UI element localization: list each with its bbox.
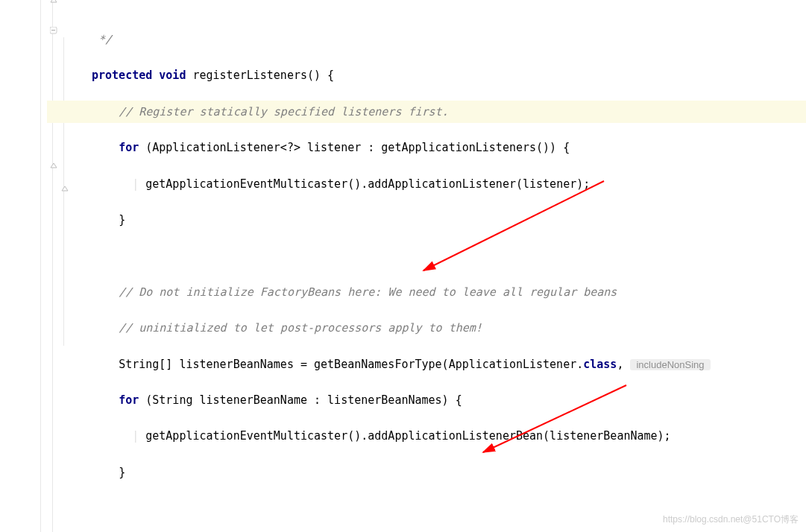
- fold-minus-icon[interactable]: [50, 27, 57, 36]
- watermark: https://blog.csdn.net@51CTO博客: [663, 513, 799, 526]
- code-line[interactable]: // uninitialized to let post-processors …: [47, 317, 806, 339]
- code-line[interactable]: [47, 244, 806, 267]
- fold-handle-icon[interactable]: [50, 162, 57, 171]
- svg-marker-0: [51, 0, 57, 2]
- keyword: class: [583, 358, 617, 371]
- keyword: protected: [92, 69, 152, 82]
- code-line[interactable]: protected void registerListeners() {: [47, 64, 806, 86]
- keyword: void: [159, 69, 186, 82]
- code-line[interactable]: | getApplicationEventMulticaster().addAp…: [47, 173, 806, 195]
- svg-marker-3: [51, 163, 57, 168]
- code-text: ,: [617, 358, 630, 371]
- code-text: getApplicationEventMulticaster().addAppl…: [145, 429, 670, 443]
- comment: */: [92, 33, 112, 46]
- code-text: }: [119, 466, 125, 479]
- code-line[interactable]: String[] listenerBeanNames = getBeanName…: [47, 353, 806, 376]
- comment: // Do not initialize FactoryBeans here: …: [119, 285, 617, 299]
- fold-handle-icon[interactable]: [61, 186, 69, 194]
- code-text: getApplicationEventMulticaster().addAppl…: [145, 177, 590, 191]
- code-text: }: [119, 213, 125, 227]
- code-editor[interactable]: */ protected void registerListeners() { …: [0, 0, 806, 532]
- fold-handle-icon[interactable]: [50, 0, 57, 6]
- code-line[interactable]: }: [47, 461, 806, 484]
- code-line[interactable]: */: [47, 28, 806, 51]
- code-line[interactable]: // Do not initialize FactoryBeans here: …: [47, 281, 806, 303]
- code-line[interactable]: for (String listenerBeanName : listenerB…: [47, 389, 806, 411]
- code-text: registerListeners() {: [192, 69, 334, 82]
- code-line[interactable]: | getApplicationEventMulticaster().addAp…: [47, 425, 806, 447]
- code-text: String[] listenerBeanNames = getBeanName…: [119, 358, 583, 371]
- gutter: [0, 0, 41, 532]
- comment: // Register statically specified listene…: [119, 105, 449, 118]
- svg-marker-4: [62, 186, 68, 191]
- code-area[interactable]: */ protected void registerListeners() { …: [41, 0, 806, 532]
- comment: // uninitialized to let post-processors …: [119, 321, 482, 335]
- code-line[interactable]: for (ApplicationListener<?> listener : g…: [47, 136, 806, 159]
- keyword: for: [119, 393, 145, 407]
- code-line-highlighted[interactable]: // Register statically specified listene…: [47, 101, 806, 123]
- keyword: for: [119, 141, 145, 154]
- code-text: (String listenerBeanName : listenerBeanN…: [145, 393, 462, 407]
- code-text: (ApplicationListener<?> listener : getAp…: [145, 141, 570, 154]
- param-hint: includeNonSing: [630, 359, 710, 370]
- code-line[interactable]: }: [47, 209, 806, 231]
